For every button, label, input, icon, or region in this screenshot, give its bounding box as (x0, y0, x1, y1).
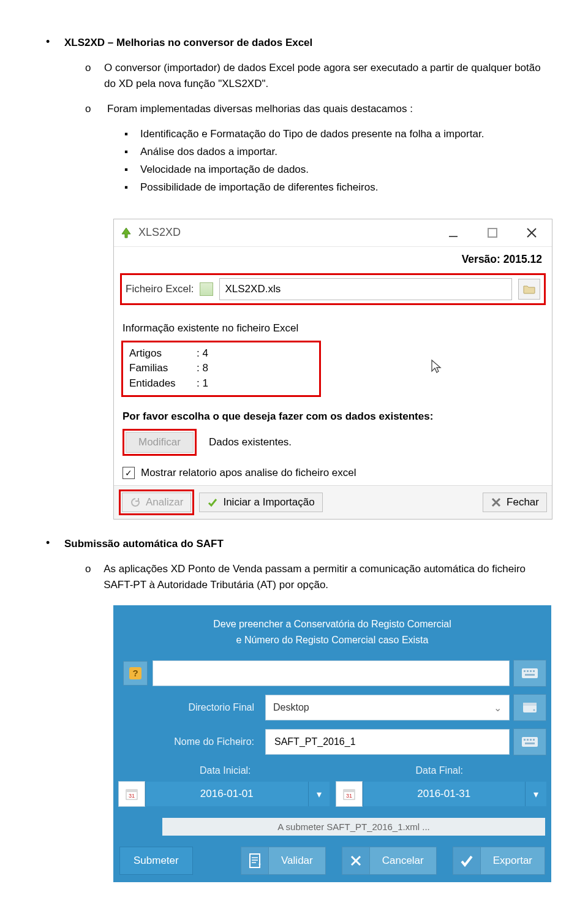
prompt-label: Por favor escolha o que deseja fazer com… (123, 410, 543, 423)
filename-input[interactable] (273, 736, 502, 748)
svg-point-12 (533, 709, 535, 711)
start-date-field[interactable]: 2016-01-01 (145, 782, 308, 806)
svg-rect-8 (533, 670, 535, 672)
calendar-icon[interactable]: 31 (336, 781, 363, 807)
sub-bullet-mark: o (85, 60, 93, 93)
info-section-label: Informação existente no ficheiro Excel (123, 322, 543, 334)
svg-rect-6 (527, 670, 529, 672)
svg-rect-9 (525, 674, 535, 676)
bullet-icon: • (46, 538, 53, 548)
file-label: Ficheiro Excel: (126, 283, 194, 295)
svg-rect-14 (524, 739, 526, 741)
svg-rect-11 (523, 703, 537, 706)
existing-data-label: Dados existentes. (209, 436, 292, 448)
section1-title: XLS2XD – Melhorias no conversor de dados… (64, 37, 312, 49)
analyze-button[interactable]: Analizar (122, 493, 191, 512)
validate-button[interactable]: * Validar (241, 847, 326, 875)
xls2xd-window: XLS2XD Versão: 2015.12 Ficheiro Excel: I… (113, 219, 552, 520)
svg-text:?: ? (132, 668, 138, 678)
dropdown-icon[interactable]: ▾ (308, 782, 330, 806)
info-row: Artigos: 4 (129, 346, 313, 361)
square-bullet-icon: ▪ (124, 161, 132, 179)
saft-header: Deve preencher a Conservatória do Regist… (113, 605, 551, 656)
window-title: XLS2XD (138, 226, 431, 239)
calendar-icon[interactable]: 31 (118, 781, 145, 807)
xls-icon (200, 282, 213, 296)
bullet-icon: • (46, 37, 53, 47)
svg-rect-4 (522, 668, 538, 678)
submit-button[interactable]: Submeter (119, 847, 193, 875)
info-box-highlight: Artigos: 4 Familias: 8 Entidades: 1 (121, 341, 321, 397)
saft-panel: Deve preencher a Conservatória do Regist… (113, 605, 551, 882)
check-icon (207, 497, 218, 508)
status-message: A submeter SAFT_PT_2016_1.xml ... (162, 818, 545, 836)
sub-bullet-mark: o (85, 101, 96, 117)
svg-rect-1 (488, 229, 497, 237)
section2-title: Submissão automática do SAFT (64, 538, 224, 550)
end-date-label: Data Final: (333, 765, 547, 776)
conservatoria-input[interactable] (160, 667, 502, 679)
dir-select[interactable]: Desktop ⌄ (265, 695, 510, 720)
minimize-button[interactable] (437, 222, 470, 244)
red-highlight: Modificar (123, 429, 197, 456)
svg-text:31: 31 (345, 793, 352, 799)
file-row-highlight: Ficheiro Excel: (120, 273, 546, 305)
square-bullet-icon: ▪ (124, 126, 132, 143)
refresh-icon (130, 497, 141, 508)
end-date-field[interactable]: 2016-01-31 (363, 782, 526, 806)
checkbox-label: Mostrar relatorio apos analise do fichei… (141, 467, 356, 479)
svg-rect-13 (522, 737, 538, 747)
document-icon: * (241, 847, 269, 874)
svg-text:31: 31 (129, 793, 135, 799)
close-icon (342, 847, 370, 874)
window-title-bar: XLS2XD (114, 219, 552, 246)
keyboard-icon[interactable] (513, 660, 546, 687)
browse-button[interactable] (518, 279, 540, 300)
sec1-bullet4: Possibilidade de importação de diferente… (140, 179, 378, 197)
svg-rect-20 (126, 790, 137, 792)
modify-button[interactable]: Modificar (126, 432, 194, 453)
start-date-label: Data Inicial: (118, 765, 333, 776)
svg-rect-18 (525, 743, 535, 744)
keyboard-icon[interactable] (513, 728, 546, 755)
section2-para1: As aplicações XD Ponto de Venda passam a… (104, 561, 542, 594)
svg-rect-17 (533, 739, 535, 741)
section1-para2: Foram implementadas diversas melhorias d… (107, 101, 413, 117)
version-label: Versão: 2015.12 (114, 246, 552, 271)
chevron-down-icon: ⌄ (494, 702, 502, 714)
svg-rect-7 (530, 670, 532, 672)
file-path-input[interactable] (219, 278, 512, 300)
info-row: Familias: 8 (129, 361, 313, 376)
square-bullet-icon: ▪ (124, 143, 132, 161)
svg-rect-5 (524, 670, 526, 672)
sec1-bullet1: Identificação e Formatação do Tipo de da… (140, 126, 484, 143)
info-row: Entidades: 1 (129, 376, 313, 391)
red-highlight: Analizar (119, 489, 194, 515)
svg-rect-0 (449, 236, 458, 237)
cancel-button[interactable]: Cancelar (342, 847, 437, 875)
filename-label: Nome do Ficheiro: (118, 736, 265, 747)
sub-bullet-mark: o (85, 561, 92, 594)
button-bar: Analizar Iniciar a Importação Fechar (114, 485, 552, 519)
dropdown-icon[interactable]: ▾ (525, 782, 546, 806)
close-button[interactable] (515, 222, 548, 244)
close-icon (491, 497, 502, 508)
square-bullet-icon: ▪ (124, 179, 132, 197)
help-icon[interactable]: ? (123, 661, 148, 686)
svg-text:*: * (258, 863, 261, 869)
cursor-icon (430, 366, 443, 377)
show-report-checkbox[interactable]: ✓ (123, 467, 135, 479)
section1-para1: O conversor (importador) de dados Excel … (104, 60, 542, 93)
disk-icon[interactable] (513, 694, 546, 721)
close-button-bottom[interactable]: Fechar (483, 493, 547, 512)
arrow-up-icon (120, 227, 132, 239)
check-icon (453, 847, 481, 874)
maximize-button[interactable] (476, 222, 509, 244)
export-button[interactable]: Exportar (453, 847, 545, 875)
svg-rect-23 (344, 790, 355, 792)
svg-rect-16 (530, 739, 532, 741)
dir-label: Directorio Final (118, 702, 265, 713)
svg-rect-15 (527, 739, 529, 741)
sec1-bullet3: Velocidade na importação de dados. (140, 161, 309, 179)
start-import-button[interactable]: Iniciar a Importação (199, 493, 322, 512)
